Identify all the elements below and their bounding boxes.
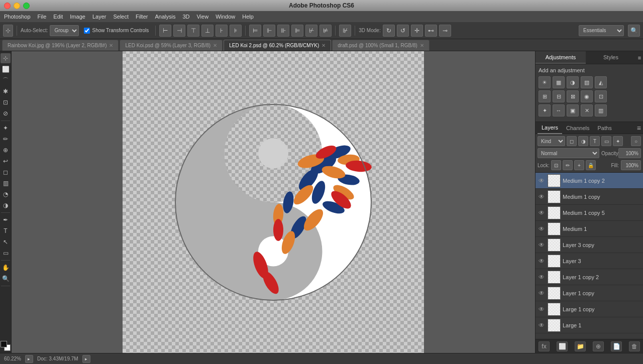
menu-file[interactable]: File — [38, 14, 47, 20]
type-tool[interactable]: T — [1, 226, 11, 236]
menu-photoshop[interactable]: Photoshop — [4, 14, 31, 20]
new-group-btn[interactable]: 📁 — [575, 341, 586, 351]
layer-fx-btn[interactable]: fx — [539, 341, 550, 351]
filter-active-toggle[interactable]: ○ — [631, 136, 641, 146]
close-button[interactable] — [4, 3, 11, 9]
fg-bg-colors[interactable] — [1, 341, 11, 351]
layer-item-0[interactable]: 👁 Medium 1 copy 2 — [535, 173, 643, 189]
menu-analysis[interactable]: Analysis — [155, 14, 175, 20]
distribute-left-btn[interactable]: ⊨ — [249, 25, 261, 37]
opacity-input[interactable]: 100% — [618, 148, 641, 158]
marquee-tool[interactable]: ⬜ — [1, 64, 11, 74]
auto-align-btn[interactable]: ⊮ — [339, 25, 351, 37]
menu-3d[interactable]: 3D — [182, 14, 189, 20]
layer-visibility-2[interactable]: 👁 — [538, 209, 546, 217]
tab-led-koi[interactable]: LED Koi.psd @ 59% (Layer 3, RGB/8) ✕ — [120, 40, 223, 51]
path-select-tool[interactable]: ↖ — [1, 237, 11, 247]
vibrance-adj[interactable]: ◭ — [595, 76, 607, 88]
3d-rotate-btn[interactable]: ↻ — [383, 25, 395, 37]
zoom-options-btn[interactable]: ▸ — [25, 355, 33, 363]
quick-select-tool[interactable]: ✱ — [1, 86, 11, 96]
lock-transparent-btn[interactable]: ⊡ — [551, 160, 561, 170]
layer-visibility-5[interactable]: 👁 — [538, 257, 546, 265]
layer-item-2[interactable]: 👁 Medium 1 copy 5 — [535, 205, 643, 221]
align-left-btn[interactable]: ⊢ — [159, 25, 171, 37]
align-middle-btn[interactable]: ⊦ — [216, 25, 228, 37]
tab-led-koi2[interactable]: LED Koi 2.psd @ 60.2% (RGB/8/CMYK) ✕ — [224, 40, 331, 51]
foreground-color[interactable] — [1, 341, 7, 347]
3d-scale-btn[interactable]: ⊸ — [439, 25, 451, 37]
tab-paths[interactable]: Paths — [594, 122, 616, 134]
layer-visibility-0[interactable]: 👁 — [538, 177, 546, 185]
filter-pixel-icon[interactable]: ◻ — [567, 136, 577, 146]
brush-tool[interactable]: ✏ — [1, 134, 11, 144]
close-tab-rainbow[interactable]: ✕ — [109, 43, 113, 48]
distribute-right-btn[interactable]: ⊪ — [277, 25, 289, 37]
layer-visibility-3[interactable]: 👁 — [538, 225, 546, 233]
align-right-btn[interactable]: ⊤ — [187, 25, 199, 37]
new-adjustment-btn[interactable]: ⊕ — [593, 341, 604, 351]
3d-roll-btn[interactable]: ↺ — [397, 25, 409, 37]
lock-image-btn[interactable]: ✏ — [563, 160, 573, 170]
bw-adj[interactable]: ⊠ — [567, 90, 579, 102]
lock-position-btn[interactable]: + — [574, 160, 584, 170]
photo-filter-adj[interactable]: ◉ — [581, 90, 593, 102]
channel-mixer-adj[interactable]: ⊡ — [595, 90, 607, 102]
align-bottom-btn[interactable]: ⊧ — [230, 25, 242, 37]
adj-panel-menu[interactable]: ≡ — [636, 51, 643, 64]
clone-stamp-tool[interactable]: ⊕ — [1, 145, 11, 155]
tab-styles[interactable]: Styles — [586, 51, 636, 64]
blend-mode-select[interactable]: Normal Multiply Screen — [538, 148, 599, 158]
distribute-top-btn[interactable]: ⊫ — [291, 25, 303, 37]
move-tool-options[interactable]: ⊹ — [3, 25, 13, 37]
minimize-button[interactable] — [14, 3, 20, 9]
show-transform-checkbox[interactable] — [84, 28, 90, 34]
pen-tool[interactable]: ✒ — [1, 215, 11, 225]
menu-edit[interactable]: Edit — [53, 14, 63, 20]
3d-slide-btn[interactable]: ⊷ — [425, 25, 437, 37]
new-layer-btn[interactable]: 📄 — [611, 341, 622, 351]
shape-tool[interactable]: ▭ — [1, 248, 11, 258]
menu-window[interactable]: Window — [216, 14, 235, 20]
tab-adjustments[interactable]: Adjustments — [535, 51, 586, 64]
layer-item-9[interactable]: 👁 Large 1 — [535, 317, 643, 333]
tab-channels[interactable]: Channels — [562, 122, 593, 134]
lasso-tool[interactable]: ⌒ — [1, 75, 11, 85]
layer-visibility-6[interactable]: 👁 — [538, 273, 546, 281]
distribute-center-btn[interactable]: ⊩ — [263, 25, 275, 37]
align-center-btn[interactable]: ⊣ — [173, 25, 185, 37]
move-tool[interactable]: ⊹ — [1, 53, 11, 63]
menu-layer[interactable]: Layer — [92, 14, 106, 20]
filter-kind-select[interactable]: Kind — [538, 136, 565, 146]
distribute-middle-btn[interactable]: ⊬ — [305, 25, 317, 37]
close-tab-led-koi[interactable]: ✕ — [213, 43, 217, 48]
dodge-tool[interactable]: ◑ — [1, 200, 11, 210]
3d-pan-btn[interactable]: ✛ — [411, 25, 423, 37]
eyedropper-tool[interactable]: ⊘ — [1, 108, 11, 118]
menu-help[interactable]: Help — [242, 14, 254, 20]
distribute-bottom-btn[interactable]: ⊭ — [319, 25, 332, 37]
layers-panel-menu-btn[interactable]: ≡ — [637, 124, 641, 132]
layer-visibility-4[interactable]: 👁 — [538, 241, 546, 249]
traffic-lights[interactable] — [4, 3, 30, 9]
invert-adj[interactable]: ↔ — [553, 104, 565, 116]
filter-shape-icon[interactable]: ▭ — [601, 136, 611, 146]
layer-item-3[interactable]: 👁 Medium 1 — [535, 221, 643, 237]
workspace-search-btn[interactable]: 🔍 — [628, 25, 640, 37]
menu-select[interactable]: Select — [113, 14, 129, 20]
layer-item-1[interactable]: 👁 Medium 1 copy — [535, 189, 643, 205]
levels-adj[interactable]: ▦ — [553, 76, 565, 88]
menu-filter[interactable]: Filter — [136, 14, 148, 20]
history-brush-tool[interactable]: ↩ — [1, 156, 11, 166]
layer-item-7[interactable]: 👁 Layer 1 copy — [535, 285, 643, 301]
hand-tool[interactable]: ✋ — [1, 263, 11, 273]
layer-visibility-1[interactable]: 👁 — [538, 193, 546, 201]
add-mask-btn[interactable]: ⬜ — [557, 341, 568, 351]
exposure-adj[interactable]: ▧ — [581, 76, 593, 88]
posterize-adj[interactable]: ▣ — [567, 104, 579, 116]
color-balance-adj[interactable]: ⊟ — [553, 90, 565, 102]
lock-all-btn[interactable]: 🔒 — [586, 160, 596, 170]
auto-select-dropdown[interactable]: Group Layer — [50, 25, 79, 36]
curves-adj[interactable]: ◑ — [567, 76, 579, 88]
crop-tool[interactable]: ⊡ — [1, 97, 11, 107]
